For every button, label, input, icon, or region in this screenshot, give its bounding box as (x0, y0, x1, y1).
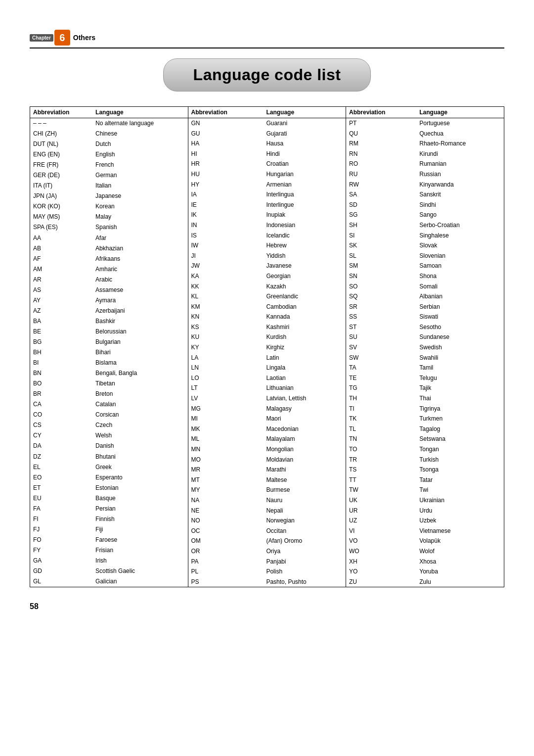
table-row: GUGujarati (188, 129, 346, 139)
table-row: GNGuarani (188, 118, 346, 129)
column-header: Language (263, 107, 346, 118)
table-row: ELGreek (30, 462, 188, 472)
table-row: ITA (IT)Italian (30, 181, 188, 191)
table-row: AMAmharic (30, 264, 188, 275)
table-row: RORumanian (346, 159, 504, 169)
table-row: RMRhaeto-Romance (346, 139, 504, 149)
table-row: SMSamoan (346, 261, 504, 271)
table-row: SLSlovenian (346, 251, 504, 261)
column-header: Language (416, 107, 504, 118)
table-row: NANauru (188, 495, 346, 506)
table-row: PLPolish (188, 567, 346, 577)
language-table-1: AbbreviationLanguage– – –No alternate la… (30, 107, 188, 587)
table-row: KSKashmiri (188, 322, 346, 332)
table-row: BOTibetan (30, 378, 188, 389)
table-row: MNMongolian (188, 444, 346, 455)
table-row: SVSwedish (346, 342, 504, 353)
table-row: MTMaltese (188, 475, 346, 485)
column-header: Abbreviation (346, 107, 416, 118)
table-row: NENepali (188, 506, 346, 516)
table-row: AAAfar (30, 233, 188, 243)
table-row: MOMoldavian (188, 455, 346, 465)
page-title-wrapper: Language code list (30, 58, 504, 92)
table-row: SOSomali (346, 282, 504, 292)
table-row: MRMarathi (188, 465, 346, 475)
table-row: FJFiji (30, 524, 188, 535)
table-row: SPA (ES)Spanish (30, 222, 188, 233)
table-row: MLMalayalam (188, 434, 346, 444)
table-row: QUQuechua (346, 129, 504, 139)
column-header: Abbreviation (188, 107, 264, 118)
table-row: CHI (ZH)Chinese (30, 129, 188, 139)
table-row: TKTurkmen (346, 414, 504, 424)
table-row: ARArabic (30, 275, 188, 285)
table-row: YOYoruba (346, 567, 504, 577)
table-row: GDScottish Gaelic (30, 566, 188, 576)
table-row: TNSetswana (346, 434, 504, 444)
table-row: TITigrinya (346, 404, 504, 414)
table-row: SWSwahili (346, 353, 504, 363)
table-row: OCOccitan (188, 526, 346, 536)
table-row: SUSundanese (346, 332, 504, 342)
table-row: ISIcelandic (188, 231, 346, 241)
table-row: MGMalagasy (188, 404, 346, 414)
chapter-header: Chapter 6 Others (30, 30, 504, 48)
table-row: KLGreenlandic (188, 291, 346, 302)
table-row: RURussian (346, 169, 504, 180)
table-row: UKUkrainian (346, 495, 504, 506)
table-row: LALatin (188, 353, 346, 363)
table-row: ASAssamese (30, 285, 188, 295)
table-row: OROriya (188, 546, 346, 557)
table-row: – – –No alternate language (30, 118, 188, 129)
table-row: FAPersian (30, 504, 188, 514)
table-row: RNKirundi (346, 149, 504, 159)
table-row: KUKurdish (188, 332, 346, 342)
table-row: HRCroatian (188, 159, 346, 169)
table-row: KOR (KO)Korean (30, 201, 188, 212)
table-row: SKSlovak (346, 240, 504, 251)
table-row: LTLithuanian (188, 383, 346, 393)
table-row: THThai (346, 393, 504, 404)
table-row: TRTurkish (346, 455, 504, 465)
table-row: XHXhosa (346, 557, 504, 567)
table-row: GER (DE)German (30, 170, 188, 181)
table-row: SDSindhi (346, 200, 504, 210)
table-row: IEInterlingue (188, 200, 346, 210)
table-row: MKMacedonian (188, 424, 346, 434)
table-row: URUrdu (346, 506, 504, 516)
table-row: SSSiswati (346, 312, 504, 322)
table-row: TTTatar (346, 475, 504, 485)
language-table-3: AbbreviationLanguagePTPortugueseQUQuechu… (346, 107, 504, 587)
table-row: FRE (FR)French (30, 160, 188, 170)
table-row: HIHindi (188, 149, 346, 159)
table-row: DADanish (30, 441, 188, 451)
table-row: IAInterlingua (188, 189, 346, 200)
table-row: BNBengali, Bangla (30, 368, 188, 378)
table-row: MYBurmese (188, 485, 346, 495)
table-row: TATamil (346, 363, 504, 373)
table-row: NONorwegian (188, 516, 346, 526)
table-row: LOLaotian (188, 373, 346, 383)
table-row: BIBislama (30, 358, 188, 368)
table-row: HYArmenian (188, 180, 346, 190)
chapter-number: 6 (54, 30, 70, 46)
table-row: PAPanjabi (188, 557, 346, 567)
table-row: KKKazakh (188, 282, 346, 292)
table-row: VIVietnamese (346, 526, 504, 536)
table-row: AFAfrikaans (30, 254, 188, 264)
table-row: FIFinnish (30, 514, 188, 524)
table-row: RWKinyarwanda (346, 180, 504, 190)
table-row: ENG (EN)English (30, 149, 188, 160)
table-row: KYKirghiz (188, 342, 346, 353)
table-row: VOVolapük (346, 536, 504, 546)
table-row: KMCambodian (188, 302, 346, 312)
table-row: MAY (MS)Malay (30, 212, 188, 222)
table-row: IKInupiak (188, 210, 346, 220)
table-row: MIMaori (188, 414, 346, 424)
table-row: SASanskrit (346, 189, 504, 200)
table-row: JIYiddish (188, 251, 346, 261)
table-row: PSPashto, Pushto (188, 577, 346, 587)
table-row: FYFrisian (30, 545, 188, 556)
table-row: FOFaroese (30, 535, 188, 545)
table-row: ETEstonian (30, 483, 188, 493)
